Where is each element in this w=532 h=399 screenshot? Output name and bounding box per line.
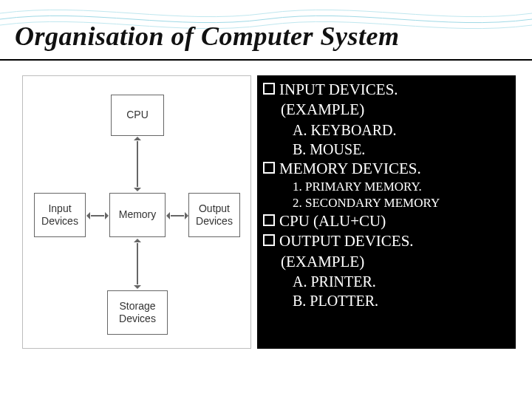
box-input: Input Devices [34,193,86,237]
list-subtext: B. MOUSE. [260,140,510,159]
list-subtext: B. PLOTTER. [260,291,510,310]
list-text: CPU (ALU+CU) [279,211,386,231]
slide-title: Organisation of Computer System [15,21,400,52]
list-item: OUTPUT DEVICES. [260,231,510,251]
list-subtext: (EXAMPLE) [260,100,510,120]
bullet-icon [263,214,275,226]
block-diagram: CPU Input Devices Memory Output Devices … [22,75,251,349]
list-subtext: (EXAMPLE) [260,252,510,272]
bullet-icon [263,234,275,246]
list-item: INPUT DEVICES. [260,80,510,100]
arrow-cpu-memory [137,141,138,187]
list-text: OUTPUT DEVICES. [279,231,414,251]
box-cpu: CPU [111,95,164,136]
arrow-memory-storage [137,243,138,284]
list-subtext: A. KEYBOARD. [260,120,510,140]
box-memory: Memory [109,193,166,237]
box-storage: Storage Devices [107,290,168,335]
box-output: Output Devices [188,193,240,237]
list-text: INPUT DEVICES. [279,80,398,100]
list-subtext: 1. PRIMARY MEMORY. [260,179,510,195]
list-item: MEMORY DEVICES. [260,159,510,179]
bullet-icon [263,83,275,95]
list-subtext: A. PRINTER. [260,272,510,291]
arrow-memory-output [171,215,184,216]
content-list: INPUT DEVICES. (EXAMPLE) A. KEYBOARD. B.… [257,75,516,349]
slide: Organisation of Computer System CPU Inpu… [0,0,532,399]
list-subtext: 2. SECONDARY MEMORY [260,195,510,211]
bullet-icon [263,162,275,174]
list-item: CPU (ALU+CU) [260,211,510,231]
title-underline [0,59,532,61]
arrow-input-memory [91,215,104,216]
list-text: MEMORY DEVICES. [279,159,421,179]
